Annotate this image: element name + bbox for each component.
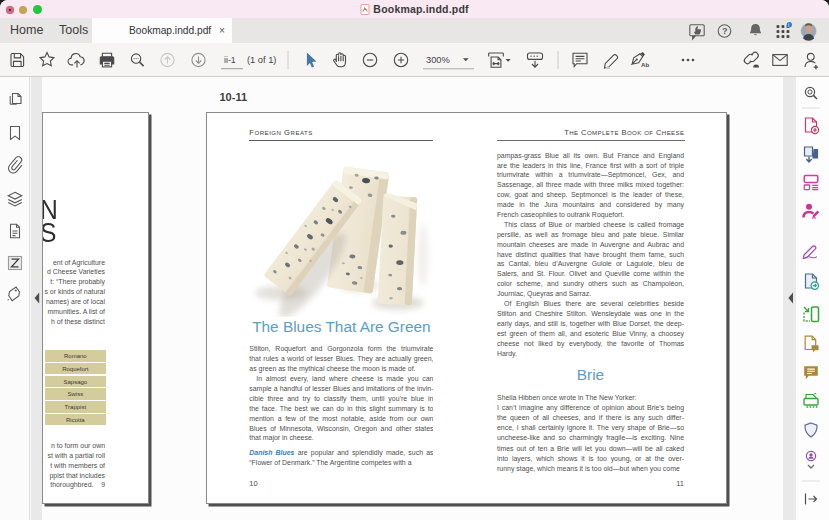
svg-text:Ab: Ab <box>641 61 649 68</box>
svg-text:i: i <box>788 23 789 28</box>
svg-text:?: ? <box>722 26 728 36</box>
